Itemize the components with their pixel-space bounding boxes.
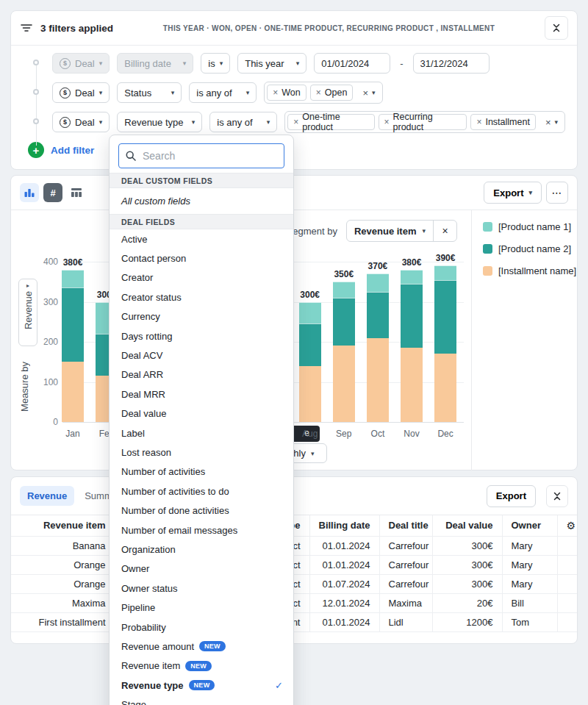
collapse-table-button[interactable]: [546, 485, 568, 507]
dropdown-item-revenue-item[interactable]: Revenue itemNEW: [110, 656, 293, 676]
dropdown-item-pipeline[interactable]: Pipeline: [110, 598, 293, 617]
bar-segment[interactable]: [367, 338, 389, 422]
remove-chip-icon[interactable]: ×: [293, 117, 298, 127]
bar-segment[interactable]: [333, 282, 355, 298]
dropdown-item-organization[interactable]: Organization: [110, 540, 293, 559]
bar-segment[interactable]: [401, 270, 423, 284]
chevron-down-icon[interactable]: ▾: [372, 89, 376, 96]
y-tick-label: 100: [26, 377, 58, 387]
table-row: First installmentInstallment01.01.2024Li…: [11, 612, 578, 631]
search-icon: [125, 150, 137, 162]
remove-chip-icon[interactable]: ×: [476, 117, 481, 127]
bar-segment[interactable]: [434, 354, 456, 422]
clear-values-icon[interactable]: ×: [362, 87, 368, 99]
number-view-button[interactable]: #: [43, 183, 62, 202]
dropdown-item-deal-mrr[interactable]: Deal MRR: [110, 384, 293, 404]
dropdown-item-creator[interactable]: Creator: [110, 268, 293, 287]
value-chip[interactable]: × Won: [267, 85, 306, 101]
more-options-button[interactable]: ⋯: [546, 182, 568, 204]
bar-segment[interactable]: [299, 366, 321, 422]
dropdown-item-deal-value[interactable]: Deal value: [110, 404, 293, 423]
bar-segment[interactable]: [299, 323, 321, 365]
dropdown-item-number-of-done-activities[interactable]: Number of done activities: [110, 501, 293, 520]
segment-by-select[interactable]: Revenue item ▾: [347, 221, 433, 241]
bar-segment[interactable]: [434, 265, 456, 279]
dropdown-item-number-of-email-messages[interactable]: Number of email messages: [110, 520, 293, 540]
x-tick-label: Nov: [395, 429, 429, 439]
bar-segment[interactable]: [299, 302, 321, 324]
bar-segment[interactable]: [367, 292, 389, 338]
dropdown-item-creator-status[interactable]: Creator status: [110, 287, 293, 307]
values-multiselect[interactable]: × One-time product × Recurring product ×…: [284, 111, 565, 133]
bar-segment[interactable]: [62, 287, 84, 362]
bar-segment[interactable]: [333, 346, 355, 422]
chevron-down-icon: ▾: [528, 189, 532, 196]
entity-select[interactable]: $ Deal ▾: [52, 112, 110, 132]
dropdown-item-stage[interactable]: Stage: [110, 695, 293, 705]
date-to-input[interactable]: [413, 53, 490, 74]
legend-item[interactable]: [Installment name]: [483, 263, 578, 278]
dropdown-item-owner[interactable]: Owner: [110, 559, 293, 579]
bar-segment[interactable]: [367, 273, 389, 292]
period-select[interactable]: This year ▾: [237, 53, 306, 74]
bar-segment[interactable]: [333, 298, 355, 346]
export-table-button[interactable]: Export: [487, 485, 536, 507]
column-settings-gear-icon[interactable]: ⚙: [557, 515, 578, 536]
remove-chip-icon[interactable]: ×: [273, 87, 278, 98]
legend-item[interactable]: [Product name 1]: [483, 219, 578, 234]
operator-select[interactable]: is any of ▾: [189, 82, 257, 103]
chevron-down-icon: ▾: [192, 118, 196, 126]
table-view-button[interactable]: [67, 183, 86, 202]
dropdown-item-number-of-activities[interactable]: Number of activities: [110, 462, 293, 482]
values-multiselect[interactable]: × Won × Open × ▾: [264, 82, 382, 104]
search-input[interactable]: [118, 143, 284, 168]
value-chip[interactable]: × One-time product: [287, 114, 374, 130]
dropdown-item-number-of-activities-to-do[interactable]: Number of activities to do: [110, 482, 293, 501]
collapse-filters-button[interactable]: [545, 16, 568, 40]
dropdown-item-owner-status[interactable]: Owner status: [110, 579, 293, 598]
dropdown-item-lost-reason[interactable]: Lost reason: [110, 443, 293, 462]
operator-select[interactable]: is any of ▾: [209, 112, 277, 132]
dropdown-item-label[interactable]: Label: [110, 423, 293, 443]
value-chip[interactable]: × Recurring product: [379, 114, 467, 130]
field-select[interactable]: Status ▾: [117, 82, 182, 103]
operator-select[interactable]: is ▾: [201, 53, 230, 74]
chevron-down-icon[interactable]: ▾: [554, 118, 558, 126]
dropdown-item-all-custom-fields[interactable]: All custom fields: [110, 188, 293, 214]
bar-segment[interactable]: [434, 280, 456, 354]
date-from-input[interactable]: [314, 53, 390, 74]
bar-chart-view-button[interactable]: [20, 183, 39, 202]
remove-segment-button[interactable]: ×: [433, 221, 456, 241]
remove-chip-icon[interactable]: ×: [316, 87, 321, 98]
dropdown-item-days-rotting[interactable]: Days rotting: [110, 326, 293, 346]
export-chart-button[interactable]: Export ▾: [484, 182, 542, 204]
bar-segment[interactable]: [62, 270, 84, 288]
bar-segment[interactable]: [62, 362, 84, 422]
dropdown-item-label: Contact person: [121, 253, 186, 264]
dropdown-search: [118, 143, 284, 168]
bar-segment[interactable]: [401, 348, 423, 422]
bar-segment[interactable]: [401, 284, 423, 348]
value-chip[interactable]: × Installment: [470, 114, 535, 130]
value-chip[interactable]: × Open: [310, 85, 354, 101]
dropdown-item-currency[interactable]: Currency: [110, 307, 293, 326]
entity-select[interactable]: $ Deal ▾: [52, 53, 110, 74]
legend-item[interactable]: [Product name 2]: [483, 241, 578, 256]
dropdown-item-revenue-amount[interactable]: Revenue amountNEW: [110, 637, 293, 656]
field-select[interactable]: Revenue type ▾: [117, 112, 202, 132]
dropdown-item-contact-person[interactable]: Contact person: [110, 248, 293, 268]
dropdown-item-deal-acv[interactable]: Deal ACV: [110, 346, 293, 365]
dropdown-item-deal-arr[interactable]: Deal ARR: [110, 365, 293, 384]
table-cell: 300€: [432, 574, 502, 593]
dropdown-item-active[interactable]: Active: [110, 229, 293, 248]
dropdown-item-probability[interactable]: Probability: [110, 618, 293, 637]
remove-chip-icon[interactable]: ×: [384, 117, 390, 127]
tab-revenue[interactable]: Revenue: [20, 486, 74, 506]
field-select[interactable]: Billing date ▾: [117, 53, 193, 74]
clear-values-icon[interactable]: ×: [545, 117, 551, 128]
dropdown-item-label: Creator: [121, 272, 153, 283]
dropdown-item-label: Number of done activities: [121, 505, 229, 516]
entity-select[interactable]: $ Deal ▾: [52, 82, 110, 103]
chevron-down-icon: ▾: [99, 60, 103, 67]
dropdown-item-revenue-type[interactable]: Revenue typeNEW✓: [110, 676, 293, 695]
